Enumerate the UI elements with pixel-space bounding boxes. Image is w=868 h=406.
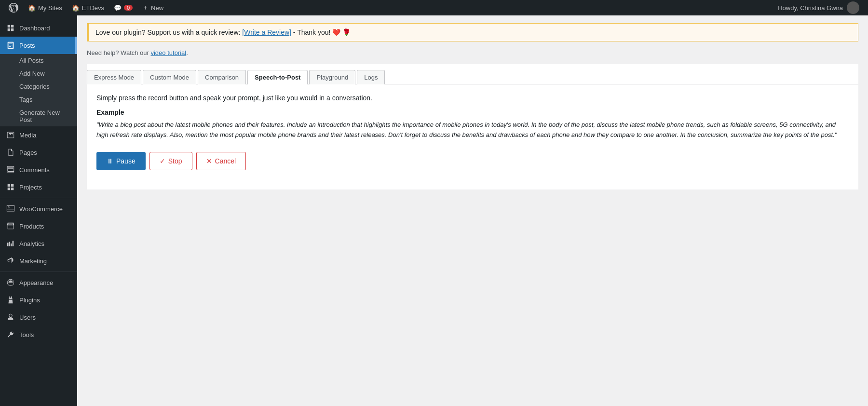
marketing-icon [6, 256, 15, 266]
media-label: Media [19, 132, 36, 139]
help-text: Need help? Watch our video tutorial. [87, 49, 858, 56]
site-link[interactable]: 🏠 ETDevs [67, 0, 109, 15]
sidebar-item-projects[interactable]: Projects [0, 178, 77, 196]
example-text: "Write a blog post about the latest mobi… [96, 120, 849, 140]
tab-playground[interactable]: Playground [309, 70, 355, 84]
tab-comparison[interactable]: Comparison [198, 70, 246, 84]
projects-label: Projects [19, 184, 42, 191]
my-sites-link[interactable]: 🏠 My Sites [23, 0, 67, 15]
wp-logo-link[interactable] [4, 0, 23, 15]
analytics-label: Analytics [19, 240, 44, 247]
users-label: Users [19, 314, 36, 321]
users-icon [6, 312, 15, 322]
submenu-tags[interactable]: Tags [0, 93, 77, 106]
plugins-label: Plugins [19, 297, 40, 304]
home-icon: 🏠 [28, 4, 36, 12]
sidebar-item-posts[interactable]: Posts [0, 37, 77, 54]
tools-label: Tools [19, 331, 34, 338]
plus-icon: ＋ [142, 3, 149, 12]
sidebar-item-pages[interactable]: Pages [0, 144, 77, 161]
tab-speech-to-post[interactable]: Speech-to-Post [247, 70, 308, 84]
example-label: Example [96, 108, 849, 116]
products-icon [6, 221, 15, 231]
generate-new-post-label: Generate New Post [19, 109, 60, 123]
pages-icon [6, 148, 15, 157]
stop-label: Stop [168, 157, 182, 165]
pages-label: Pages [19, 149, 37, 156]
submenu-add-new[interactable]: Add New [0, 67, 77, 80]
sidebar-item-media[interactable]: Media [0, 126, 77, 144]
review-link[interactable]: [Write a Review] [242, 28, 291, 36]
sidebar-item-comments[interactable]: Comments [0, 161, 77, 178]
sidebar-item-tools[interactable]: Tools [0, 326, 77, 343]
categories-label: Categories [19, 83, 50, 90]
sidebar-item-users[interactable]: Users [0, 309, 77, 326]
sidebar-item-plugins[interactable]: Plugins [0, 291, 77, 309]
dashboard-label: Dashboard [19, 25, 50, 32]
woocommerce-label: WooCommerce [19, 205, 63, 213]
woocommerce-icon [6, 204, 15, 214]
plugins-icon [6, 295, 15, 305]
pause-icon: ⏸ [107, 157, 113, 165]
sidebar-item-dashboard[interactable]: Dashboard [0, 19, 77, 37]
tabs-bar: Express Mode Custom Mode Comparison Spee… [87, 64, 858, 84]
add-new-label: Add New [19, 70, 45, 77]
site-label: ETDevs [82, 4, 104, 12]
pause-label: Pause [116, 157, 136, 165]
help-text-before: Need help? Watch our [87, 49, 150, 56]
intro-text: Simply press the record button and speak… [96, 94, 849, 102]
check-icon: ✓ [160, 157, 165, 165]
user-greeting: Howdy, Christina Gwira [778, 4, 843, 12]
help-text-after: . [186, 49, 188, 56]
appearance-label: Appearance [19, 279, 53, 286]
tools-icon [6, 330, 15, 339]
projects-icon [6, 182, 15, 192]
appearance-icon [6, 278, 15, 287]
posts-submenu: All Posts Add New Categories Tags Genera… [0, 54, 77, 126]
main-content: Love our plugin? Support us with a quick… [77, 15, 868, 406]
notice-text: Love our plugin? Support us with a quick… [95, 28, 242, 36]
comments-label: Comments [19, 166, 50, 174]
notice-text-after: - Thank you! ❤️ 🌹 [291, 28, 351, 36]
avatar [847, 1, 859, 14]
sidebar-item-appearance[interactable]: Appearance [0, 274, 77, 291]
marketing-label: Marketing [19, 257, 47, 265]
comments-icon [6, 165, 15, 175]
comments-link[interactable]: 💬 0 [109, 0, 137, 15]
sidebar-item-analytics[interactable]: Analytics [0, 235, 77, 252]
submenu-all-posts[interactable]: All Posts [0, 54, 77, 67]
stop-button[interactable]: ✓ Stop [149, 152, 192, 170]
tab-custom-mode[interactable]: Custom Mode [143, 70, 196, 84]
sidebar-item-woocommerce[interactable]: WooCommerce [0, 200, 77, 217]
tab-logs[interactable]: Logs [357, 70, 385, 84]
tags-label: Tags [19, 96, 32, 103]
sidebar: Dashboard Posts All Posts Add New Catego… [0, 15, 77, 406]
speech-to-post-panel: Simply press the record button and speak… [87, 94, 858, 180]
tabs-section: Express Mode Custom Mode Comparison Spee… [87, 64, 858, 189]
site-icon: 🏠 [72, 4, 80, 12]
comment-icon: 💬 [114, 4, 122, 12]
submenu-categories[interactable]: Categories [0, 80, 77, 93]
video-tutorial-link[interactable]: video tutorial [150, 49, 186, 56]
new-label: New [151, 4, 163, 12]
comment-count: 0 [124, 5, 133, 11]
cancel-button[interactable]: ✕ Cancel [196, 152, 246, 170]
dashboard-icon [6, 23, 15, 33]
action-buttons: ⏸ Pause ✓ Stop ✕ Cancel [96, 152, 849, 170]
posts-icon [6, 41, 15, 50]
notice-banner: Love our plugin? Support us with a quick… [87, 23, 858, 41]
x-icon: ✕ [206, 157, 212, 165]
media-icon [6, 130, 15, 140]
all-posts-label: All Posts [19, 57, 44, 64]
tab-express-mode[interactable]: Express Mode [87, 70, 141, 84]
sidebar-item-marketing[interactable]: Marketing [0, 252, 77, 270]
pause-button[interactable]: ⏸ Pause [96, 152, 146, 170]
new-content-link[interactable]: ＋ New [137, 0, 168, 15]
cancel-label: Cancel [215, 157, 236, 165]
sidebar-item-products[interactable]: Products [0, 217, 77, 235]
analytics-icon [6, 239, 15, 248]
my-sites-label: My Sites [38, 4, 62, 12]
products-label: Products [19, 223, 44, 230]
admin-bar: 🏠 My Sites 🏠 ETDevs 💬 0 ＋ New Howdy, Chr… [0, 0, 868, 15]
submenu-generate-new-post[interactable]: Generate New Post [0, 106, 77, 126]
